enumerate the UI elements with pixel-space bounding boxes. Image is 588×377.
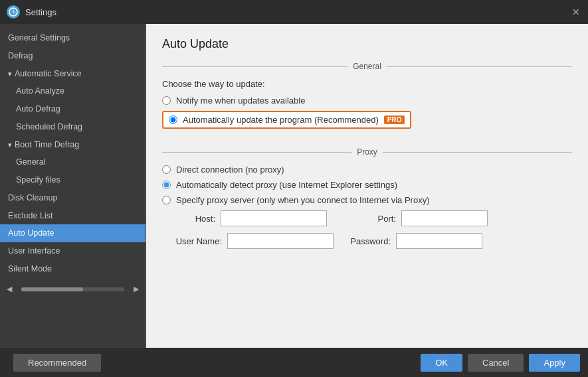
auto-detect-radio-row: Automatically detect proxy (use Internet… bbox=[162, 180, 572, 190]
close-button[interactable]: ✕ bbox=[571, 7, 581, 17]
sidebar-item-label: Disk Cleanup bbox=[8, 192, 57, 204]
app-icon bbox=[7, 5, 20, 19]
auto-update-radio[interactable] bbox=[169, 115, 177, 124]
specify-proxy-radio[interactable] bbox=[162, 196, 171, 204]
scroll-left-arrow[interactable]: ◀ bbox=[4, 285, 15, 293]
auto-update-highlighted-row: Automatically update the program (Recomm… bbox=[162, 111, 411, 129]
username-password-row: User Name: Password: bbox=[162, 233, 572, 249]
notify-label[interactable]: Notify me when updates available bbox=[176, 96, 305, 106]
sidebar-item-label: Silent Mode bbox=[8, 263, 52, 275]
sidebar-scrollbar[interactable] bbox=[21, 287, 124, 291]
choose-label: Choose the way to update: bbox=[162, 79, 572, 89]
sidebar-item-automatic-service[interactable]: ▾ Automatic Service bbox=[0, 65, 146, 83]
sidebar-item-silent-mode[interactable]: Silent Mode bbox=[0, 260, 146, 278]
sidebar-item-defrag[interactable]: Defrag bbox=[0, 47, 146, 65]
host-pair: Host: bbox=[162, 210, 327, 226]
sidebar-item-label: Auto Analyze bbox=[16, 85, 64, 98]
host-input[interactable] bbox=[221, 210, 327, 226]
general-section-header: General bbox=[162, 62, 572, 71]
username-pair: User Name: bbox=[162, 233, 334, 249]
scroll-right-arrow[interactable]: ▶ bbox=[131, 285, 142, 293]
sidebar-item-boot-time-defrag[interactable]: ▾ Boot Time Defrag bbox=[0, 136, 146, 154]
sidebar-item-label: General Settings bbox=[8, 32, 70, 44]
username-input[interactable] bbox=[227, 233, 334, 249]
sidebar-item-general-settings[interactable]: General Settings bbox=[0, 29, 146, 47]
general-section: General Choose the way to update: Notify… bbox=[162, 62, 572, 134]
auto-detect-radio[interactable] bbox=[162, 181, 171, 189]
sidebar-item-disk-cleanup[interactable]: Disk Cleanup bbox=[0, 189, 146, 207]
sidebar-item-label: Scheduled Defrag bbox=[16, 121, 82, 133]
bottom-bar: Recommended OK Cancel Apply bbox=[0, 348, 588, 377]
sidebar-item-label: Defrag bbox=[8, 50, 33, 62]
sidebar-item-auto-update[interactable]: Auto Update bbox=[0, 224, 146, 242]
sidebar-item-general[interactable]: General bbox=[0, 153, 146, 171]
sidebar-item-label: Exclude List bbox=[8, 210, 52, 222]
proxy-section-header: Proxy bbox=[162, 147, 572, 157]
ok-button[interactable]: OK bbox=[421, 354, 462, 372]
sidebar-scroll-thumb bbox=[21, 287, 83, 291]
sidebar-item-label: Boot Time Defrag bbox=[15, 139, 79, 151]
sidebar-item-user-interface[interactable]: User Interface bbox=[0, 242, 146, 260]
section-line-right bbox=[387, 66, 572, 67]
sidebar-item-auto-analyze[interactable]: Auto Analyze bbox=[0, 82, 146, 100]
proxy-section-label: Proxy bbox=[351, 147, 383, 157]
sidebar-item-label: General bbox=[16, 156, 45, 169]
section-line-left bbox=[162, 152, 351, 153]
port-input[interactable] bbox=[401, 210, 488, 226]
sidebar-item-specify-files[interactable]: Specify files bbox=[0, 171, 146, 189]
expand-icon: ▾ bbox=[8, 139, 12, 151]
sidebar-item-label: Automatic Service bbox=[15, 68, 82, 80]
page-title: Auto Update bbox=[162, 37, 572, 51]
sidebar-item-label: Specify files bbox=[16, 174, 60, 187]
password-pair: Password: bbox=[338, 233, 482, 249]
sidebar-item-label: Auto Update bbox=[8, 227, 54, 240]
pro-badge: PRO bbox=[384, 115, 405, 124]
sidebar-item-label: Auto Defrag bbox=[16, 103, 60, 115]
specify-proxy-radio-row: Specify proxy server (only when you conn… bbox=[162, 195, 572, 205]
direct-radio-row: Direct connection (no proxy) bbox=[162, 165, 572, 175]
cancel-button[interactable]: Cancel bbox=[468, 354, 524, 372]
proxy-section: Proxy Direct connection (no proxy) Autom… bbox=[162, 147, 572, 249]
password-label: Password: bbox=[338, 236, 391, 246]
password-input[interactable] bbox=[396, 233, 482, 249]
port-label: Port: bbox=[343, 214, 396, 224]
apply-button[interactable]: Apply bbox=[529, 354, 580, 372]
general-section-label: General bbox=[347, 62, 387, 71]
section-line-left bbox=[162, 66, 347, 67]
window-title: Settings bbox=[25, 7, 571, 17]
notify-radio[interactable] bbox=[162, 96, 171, 105]
notify-radio-row: Notify me when updates available bbox=[162, 96, 572, 106]
content-panel: Auto Update General Choose the way to up… bbox=[146, 24, 588, 348]
section-line-right bbox=[383, 152, 572, 153]
recommended-button[interactable]: Recommended bbox=[13, 354, 101, 372]
sidebar-item-scheduled-defrag[interactable]: Scheduled Defrag bbox=[0, 118, 146, 136]
auto-detect-label[interactable]: Automatically detect proxy (use Internet… bbox=[176, 180, 397, 190]
direct-radio[interactable] bbox=[162, 165, 171, 174]
sidebar-item-auto-defrag[interactable]: Auto Defrag bbox=[0, 100, 146, 118]
auto-update-label[interactable]: Automatically update the program (Recomm… bbox=[183, 115, 379, 125]
direct-label[interactable]: Direct connection (no proxy) bbox=[176, 165, 284, 175]
host-label: Host: bbox=[162, 214, 215, 224]
host-port-row: Host: Port: bbox=[162, 210, 572, 226]
expand-icon: ▾ bbox=[8, 68, 12, 80]
title-bar: Settings ✕ bbox=[0, 0, 588, 24]
username-label: User Name: bbox=[162, 236, 222, 246]
port-pair: Port: bbox=[343, 210, 488, 226]
sidebar: General Settings Defrag ▾ Automatic Serv… bbox=[0, 24, 146, 348]
main-content: General Settings Defrag ▾ Automatic Serv… bbox=[0, 24, 588, 348]
settings-window: Settings ✕ General Settings Defrag ▾ Aut… bbox=[0, 0, 588, 377]
sidebar-item-label: User Interface bbox=[8, 245, 60, 258]
content-inner: Auto Update General Choose the way to up… bbox=[146, 24, 588, 348]
sidebar-item-exclude-list[interactable]: Exclude List bbox=[0, 207, 146, 225]
specify-proxy-label[interactable]: Specify proxy server (only when you conn… bbox=[176, 195, 430, 205]
